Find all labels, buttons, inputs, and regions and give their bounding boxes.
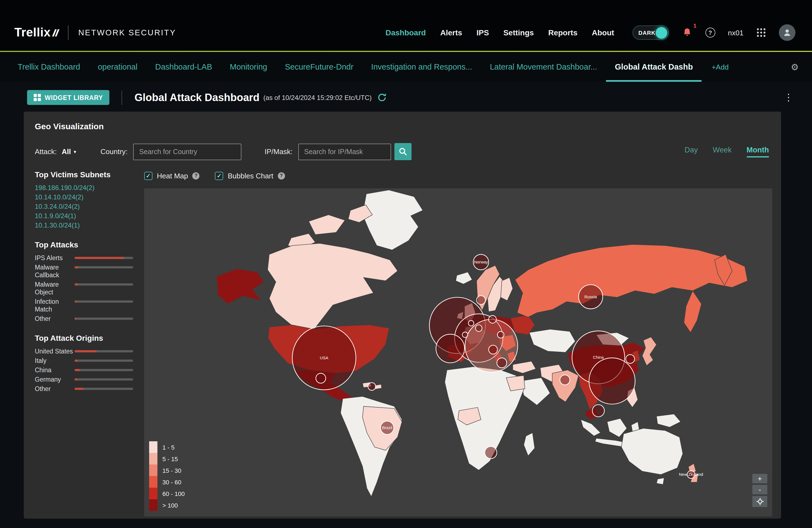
attack-bubble[interactable]	[489, 316, 496, 323]
attack-bubble[interactable]	[497, 358, 507, 368]
origin-label: United States	[35, 348, 75, 355]
attack-row: Infection Match	[35, 298, 133, 313]
world-map: USABrazilNorwayRussiaChinaNew Zealand	[144, 188, 772, 516]
top-origins-list: United StatesItalyChinaGermanyOther	[35, 348, 133, 393]
tab-securefuture-dndr[interactable]: SecureFuture-Dndr	[276, 54, 362, 82]
widget-library-label: WIDGET LIBRARY	[45, 94, 103, 101]
subnet-link[interactable]: 198.186.190.0/24(2)	[35, 184, 133, 192]
subnet-link[interactable]: 10.3.24.0/24(2)	[35, 203, 133, 210]
origin-bar-fill	[75, 369, 80, 371]
attack-bubble-new-zealand[interactable]	[687, 471, 695, 479]
attack-bubble[interactable]	[626, 355, 635, 363]
crosshair-icon	[756, 498, 764, 505]
bubbles-chart-toggle[interactable]: ✓ Bubbles Chart ?	[215, 172, 285, 180]
origin-bar	[75, 350, 133, 352]
nav-item-alerts[interactable]: Alerts	[440, 28, 462, 37]
heat-map-checkbox[interactable]: ✓	[144, 172, 153, 180]
origin-row: China	[35, 366, 133, 374]
attack-bubble[interactable]	[592, 405, 605, 417]
refresh-button[interactable]	[377, 93, 387, 102]
range-day[interactable]: Day	[684, 146, 698, 157]
attack-bubble[interactable]	[489, 345, 497, 354]
heat-map-toggle[interactable]: ✓ Heat Map ?	[144, 172, 200, 180]
tab-investigation-and-respons[interactable]: Investigation and Respons...	[362, 54, 481, 82]
nav-item-dashboard[interactable]: Dashboard	[386, 28, 426, 37]
attack-bubble[interactable]	[589, 358, 635, 404]
zoom-in-button[interactable]: +	[752, 474, 767, 483]
ipmask-search-input[interactable]	[298, 143, 391, 160]
panel-title: Geo Visualization	[35, 121, 772, 131]
subnet-link[interactable]: 10.1.9.0/24(1)	[35, 212, 133, 220]
widget-icon	[34, 94, 41, 101]
tab-global-attack-dashb[interactable]: Global Attack Dashb	[606, 54, 702, 82]
origin-row: United States	[35, 348, 133, 355]
subnet-link[interactable]: 10.1.30.0/24(1)	[35, 221, 133, 229]
top-right-controls: DashboardAlertsIPSSettingsReportsAbout D…	[386, 24, 795, 41]
attack-bubble[interactable]	[497, 332, 504, 338]
attack-bar	[75, 266, 133, 268]
recenter-button[interactable]	[752, 496, 767, 507]
attack-bubble[interactable]	[436, 334, 465, 363]
attack-bubble-russia[interactable]	[579, 285, 603, 309]
product-name: NETWORK SECURITY	[78, 28, 176, 37]
nav-item-about[interactable]: About	[592, 28, 614, 37]
country-search-input[interactable]	[133, 143, 242, 160]
bubbles-chart-help-icon[interactable]: ?	[278, 172, 285, 179]
tab-monitoring[interactable]: Monitoring	[221, 54, 276, 82]
attack-filter-dropdown[interactable]: All ▾	[62, 147, 76, 156]
attack-bar	[75, 318, 133, 320]
nav-item-reports[interactable]: Reports	[548, 28, 578, 37]
zoom-out-button[interactable]: -	[752, 485, 767, 494]
nav-item-settings[interactable]: Settings	[503, 28, 534, 37]
notifications-button[interactable]: 1	[682, 27, 693, 38]
attack-bubble-brazil[interactable]	[381, 421, 394, 435]
search-button[interactable]	[394, 143, 411, 160]
user-avatar[interactable]	[779, 24, 795, 41]
range-month[interactable]: Month	[746, 146, 769, 157]
legend-label: 15 - 30	[162, 467, 182, 474]
world-map-canvas[interactable]: USABrazilNorwayRussiaChinaNew Zealand 1 …	[144, 188, 772, 516]
legend-item: 5 - 15	[149, 453, 185, 465]
bubbles-chart-checkbox[interactable]: ✓	[215, 172, 223, 180]
add-dashboard-button[interactable]: +Add	[702, 52, 739, 82]
nav-item-ips[interactable]: IPS	[476, 28, 489, 37]
theme-toggle[interactable]: DARK	[633, 25, 669, 40]
heat-map-label: Heat Map	[157, 172, 188, 180]
range-toggle: DayWeekMonth	[684, 146, 769, 157]
legend-item: 30 - 60	[149, 476, 185, 488]
tab-operational[interactable]: operational	[89, 54, 146, 82]
ipmask-filter-label: IP/Mask:	[265, 147, 292, 156]
legend-label: 1 - 5	[162, 444, 175, 450]
attack-bubble[interactable]	[468, 320, 474, 326]
help-button[interactable]: ?	[706, 28, 715, 38]
subnet-link[interactable]: 10.14.10.0/24(2)	[35, 193, 133, 201]
attack-bubble[interactable]	[462, 332, 468, 337]
attack-bubble[interactable]	[485, 446, 497, 459]
dashboard-tabs: Trellix DashboardoperationalDashboard-LA…	[9, 52, 702, 82]
attack-bubble[interactable]	[476, 325, 482, 332]
tab-lateral-movement-dashboar[interactable]: Lateral Movement Dashboar...	[481, 54, 606, 82]
dashboard-settings-button[interactable]: ⚙	[786, 52, 803, 82]
legend-swatch	[149, 453, 157, 465]
heat-map-help-icon[interactable]: ?	[192, 172, 200, 179]
origin-bar	[75, 369, 133, 371]
legend-label: > 100	[162, 502, 178, 509]
app-launcher-button[interactable]	[756, 28, 766, 38]
more-options-button[interactable]: ⋮	[784, 92, 793, 103]
attack-row: Other	[35, 315, 133, 323]
range-week[interactable]: Week	[713, 146, 732, 157]
attack-bubble[interactable]	[368, 383, 376, 391]
attack-bubble[interactable]	[316, 373, 326, 383]
attack-bubble[interactable]	[560, 375, 570, 385]
header-divider	[122, 90, 122, 105]
attack-bar-fill	[75, 266, 79, 268]
map-zoom-controls: + -	[752, 474, 767, 507]
username: nx01	[728, 28, 743, 37]
stats-sidebar: Top Victims Subnets 198.186.190.0/24(2)1…	[35, 170, 133, 516]
tab-dashboard-lab[interactable]: Dashboard-LAB	[146, 54, 221, 82]
tab-trellix-dashboard[interactable]: Trellix Dashboard	[9, 54, 89, 82]
attack-bubble-norway[interactable]	[474, 254, 489, 270]
trellix-logo[interactable]: Trellix	[14, 25, 58, 40]
widget-library-button[interactable]: WIDGET LIBRARY	[27, 90, 110, 105]
attack-bubble[interactable]	[477, 296, 485, 305]
